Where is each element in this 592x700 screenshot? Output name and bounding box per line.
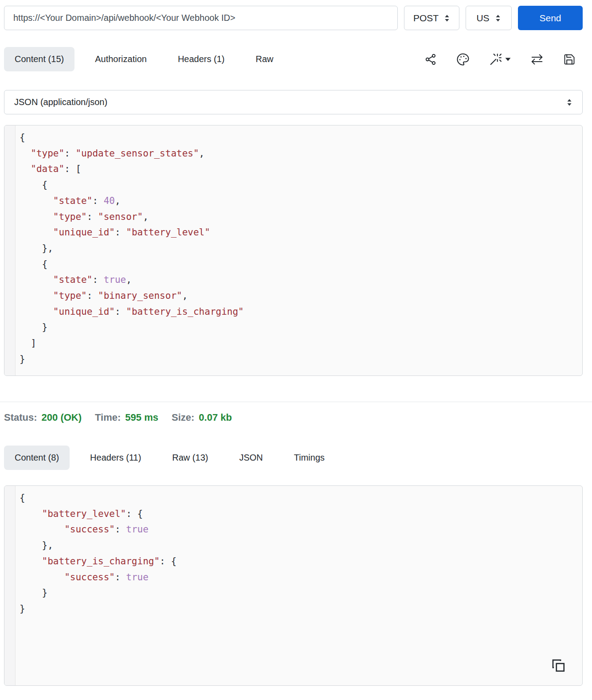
unfold-arrows-icon bbox=[495, 14, 501, 22]
magic-actions-dropdown[interactable] bbox=[489, 53, 511, 66]
request-tabs: Content (15) Authorization Headers (1) R… bbox=[4, 47, 284, 71]
tab-response-json[interactable]: JSON bbox=[228, 446, 273, 470]
tab-content[interactable]: Content (15) bbox=[4, 47, 74, 71]
status-divider bbox=[0, 402, 592, 402]
copy-icon bbox=[551, 658, 566, 673]
status-bar: Status: 200 (OK) Time: 595 ms Size: 0.07… bbox=[4, 412, 583, 423]
request-tabs-row: Content (15) Authorization Headers (1) R… bbox=[4, 47, 583, 71]
unfold-arrows-icon bbox=[566, 98, 572, 106]
content-type-value: JSON (application/json) bbox=[14, 97, 107, 107]
response-body-viewer: { "battery_level": { "success": true }, … bbox=[4, 485, 583, 686]
region-select[interactable]: US bbox=[466, 6, 512, 30]
request-body-code[interactable]: { "type": "update_sensor_states", "data"… bbox=[16, 125, 582, 375]
api-client-window: POST US Send Content (15) Authorization … bbox=[0, 0, 592, 694]
save-button[interactable] bbox=[563, 53, 576, 66]
tab-response-timings[interactable]: Timings bbox=[283, 446, 335, 470]
request-url-row: POST US Send bbox=[4, 6, 583, 30]
tab-authorization[interactable]: Authorization bbox=[84, 47, 157, 71]
size-value: 0.07 kb bbox=[199, 412, 232, 423]
magic-wand-icon bbox=[489, 53, 502, 66]
size-group: Size: 0.07 kb bbox=[172, 412, 232, 423]
content-type-select[interactable]: JSON (application/json) bbox=[4, 90, 583, 114]
response-tabs: Content (8) Headers (11) Raw (13) JSON T… bbox=[4, 446, 335, 470]
tab-response-headers[interactable]: Headers (11) bbox=[79, 446, 152, 470]
theme-button[interactable] bbox=[456, 53, 470, 66]
request-toolbar bbox=[424, 53, 583, 66]
time-label: Time: bbox=[95, 412, 121, 423]
save-icon bbox=[563, 53, 576, 66]
caret-down-icon bbox=[505, 57, 511, 62]
copy-response-button[interactable] bbox=[550, 658, 566, 674]
editor-gutter bbox=[4, 125, 16, 375]
tab-raw[interactable]: Raw bbox=[245, 47, 284, 71]
viewer-gutter bbox=[4, 486, 16, 685]
tab-headers[interactable]: Headers (1) bbox=[167, 47, 235, 71]
send-button[interactable]: Send bbox=[518, 6, 583, 30]
time-group: Time: 595 ms bbox=[95, 412, 158, 423]
size-label: Size: bbox=[172, 412, 194, 423]
response-tabs-row: Content (8) Headers (11) Raw (13) JSON T… bbox=[4, 446, 583, 470]
swap-arrows-icon bbox=[530, 53, 544, 66]
tab-response-content[interactable]: Content (8) bbox=[4, 446, 70, 470]
method-select[interactable]: POST bbox=[404, 6, 459, 30]
request-body-editor: { "type": "update_sensor_states", "data"… bbox=[4, 125, 583, 376]
method-select-value: POST bbox=[413, 13, 439, 23]
status-value: 200 (OK) bbox=[42, 412, 82, 423]
palette-icon bbox=[456, 53, 470, 66]
tab-response-raw[interactable]: Raw (13) bbox=[161, 446, 219, 470]
time-value: 595 ms bbox=[125, 412, 158, 423]
response-body-code[interactable]: { "battery_level": { "success": true }, … bbox=[16, 486, 582, 685]
swap-request-response-button[interactable] bbox=[530, 53, 544, 66]
url-input[interactable] bbox=[4, 6, 398, 30]
unfold-arrows-icon bbox=[444, 14, 450, 22]
region-select-value: US bbox=[476, 13, 489, 23]
status-label: Status: bbox=[4, 412, 37, 423]
share-button[interactable] bbox=[424, 53, 437, 66]
share-icon bbox=[424, 53, 437, 66]
status-group: Status: 200 (OK) bbox=[4, 412, 82, 423]
